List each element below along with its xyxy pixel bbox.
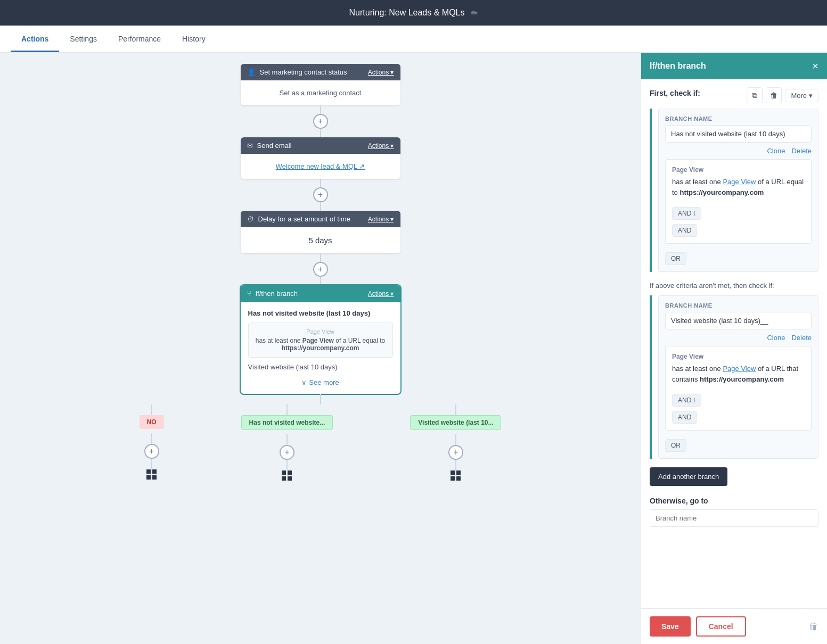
tab-performance[interactable]: Performance <box>108 27 171 52</box>
add-no-branch[interactable]: + <box>144 444 159 459</box>
cancel-button[interactable]: Cancel <box>696 616 746 637</box>
branch2-filter-type: Page View <box>672 353 805 360</box>
email-link[interactable]: Welcome new lead & MQL ↗ <box>249 162 392 170</box>
see-more-btn[interactable]: ∨ See more <box>248 375 393 386</box>
output-branch2-label: Visited website (last 10... <box>410 415 501 430</box>
branch1-name-label: Branch name <box>665 115 812 122</box>
branch2-filter-block: Page View has at least one Page View of … <box>665 346 812 431</box>
node2-actions-btn[interactable]: Actions ▾ <box>368 142 394 150</box>
panel-branch1-section: Branch name Clone Delete Page View has a… <box>650 109 818 272</box>
otherwise-label: Otherwise, go to <box>650 497 818 505</box>
node2-body: Welcome new lead & MQL ↗ <box>241 154 400 179</box>
node1-header: 👤 Set marketing contact status Actions ▾ <box>241 64 400 80</box>
first-check-section: First, check if: ⧉ 🗑 More ▾ Branch name <box>650 87 818 272</box>
branch1-and-tag[interactable]: AND ℹ <box>672 207 701 220</box>
branch2-or-btn[interactable]: OR <box>665 439 686 452</box>
right-panel: If/then branch × First, check if: ⧉ 🗑 Mo… <box>641 53 827 644</box>
branch1-filter-block: Page View has at least one Page View of … <box>665 159 812 244</box>
add-branch1[interactable]: + <box>280 445 294 460</box>
branch1-clone-btn[interactable]: Clone <box>767 147 785 155</box>
branch2-and-btn[interactable]: AND <box>672 411 697 424</box>
node1-body: Set as a marketing contact <box>241 80 400 105</box>
node4-title: If/then branch <box>256 290 298 298</box>
panel-title: If/then branch <box>650 61 706 71</box>
otherwise-input[interactable] <box>650 509 818 527</box>
add-branch2[interactable]: + <box>448 445 463 460</box>
branch1-info-icon[interactable]: ℹ <box>693 210 695 217</box>
branch1-filter-desc: has at least one Page View of a URL equa… <box>672 177 805 197</box>
branch2-and-tag[interactable]: AND ℹ <box>672 394 701 407</box>
first-check-label: First, check if: <box>650 89 700 97</box>
top-bar: Nurturing: New Leads & MQLs ✏ <box>0 0 827 26</box>
timer-icon: ⏱ <box>247 215 254 223</box>
node2-header: ✉ Send email Actions ▾ <box>241 137 400 154</box>
node2-title: Send email <box>257 142 292 150</box>
branch1-delete-btn[interactable]: Delete <box>791 147 812 155</box>
copy-btn[interactable]: ⧉ <box>747 87 763 103</box>
panel-header: If/then branch × <box>641 53 827 79</box>
output-no-label: NO <box>140 415 164 429</box>
node3-title: Delay for a set amount of time <box>258 215 350 223</box>
panel-close-btn[interactable]: × <box>812 61 818 71</box>
panel-body: First, check if: ⧉ 🗑 More ▾ Branch name <box>641 79 827 608</box>
node1-title: Set marketing contact status <box>260 68 347 76</box>
branch1-filter-type: Page View <box>672 166 805 174</box>
add-between-1-2[interactable]: + <box>313 114 328 129</box>
user-icon: 👤 <box>247 68 256 76</box>
branch1-filter: Page View has at least one Page View of … <box>248 323 393 358</box>
branch1-name-input[interactable] <box>665 125 812 143</box>
branch-content: Has not visited website (last 10 days) P… <box>241 302 400 394</box>
branch2-page-view-link[interactable]: Page View <box>723 365 756 373</box>
panel-branch2-section: Branch name Clone Delete Page View has a… <box>650 295 818 459</box>
panel-footer: Save Cancel 🗑 <box>641 608 827 644</box>
branch1-title: Has not visited website (last 10 days) <box>248 309 393 317</box>
branch1-and-btn[interactable]: AND <box>672 224 697 237</box>
tab-settings[interactable]: Settings <box>59 27 108 52</box>
save-button[interactable]: Save <box>650 616 691 637</box>
node-send-email: ✉ Send email Actions ▾ Welcome new lead … <box>241 137 400 179</box>
node3-header: ⏱ Delay for a set amount of time Actions… <box>241 211 400 227</box>
otherwise-section: Otherwise, go to <box>650 497 818 527</box>
output-branch1-label: Has not visited website... <box>241 415 333 430</box>
branch1-or-btn[interactable]: OR <box>665 252 686 265</box>
tab-actions[interactable]: Actions <box>11 27 59 52</box>
trash-btn[interactable]: 🗑 <box>766 87 782 103</box>
branch2-subtitle: Visited website (last 10 days) <box>248 363 393 371</box>
branch2-filter-desc: has at least one Page View of a URL that… <box>672 364 805 384</box>
node-container: 👤 Set marketing contact status Actions ▾… <box>0 64 641 481</box>
node4-actions-btn[interactable]: Actions ▾ <box>368 290 394 298</box>
node-branch: ⑂ If/then branch Actions ▾ Has not visit… <box>241 285 400 394</box>
add-between-3-4[interactable]: + <box>313 262 328 277</box>
branch2-delete-btn[interactable]: Delete <box>791 334 812 342</box>
tab-history[interactable]: History <box>171 27 216 52</box>
add-branch-section: Add another branch <box>650 467 818 486</box>
node1-actions-btn[interactable]: Actions ▾ <box>368 69 394 76</box>
node3-body: 5 days <box>241 227 400 253</box>
footer-trash-icon[interactable]: 🗑 <box>809 621 818 632</box>
node3-actions-btn[interactable]: Actions ▾ <box>368 216 394 223</box>
branch2-name-label: Branch name <box>665 302 812 309</box>
edit-icon[interactable]: ✏ <box>471 8 478 18</box>
node4-header: ⑂ If/then branch Actions ▾ <box>241 285 400 302</box>
second-check-section: If above criteria aren't met, then check… <box>650 280 818 459</box>
branch2-name-input[interactable] <box>665 312 812 329</box>
branch1-page-view-link[interactable]: Page View <box>723 178 756 186</box>
workflow-canvas: 👤 Set marketing contact status Actions ▾… <box>0 53 641 644</box>
branch-icon: ⑂ <box>247 290 251 298</box>
add-between-2-3[interactable]: + <box>313 187 328 202</box>
footer-buttons: Save Cancel <box>650 616 746 637</box>
email-icon: ✉ <box>247 142 253 150</box>
add-branch-btn[interactable]: Add another branch <box>650 467 727 486</box>
node-delay: ⏱ Delay for a set amount of time Actions… <box>241 211 400 253</box>
node-set-marketing: 👤 Set marketing contact status Actions ▾… <box>241 64 400 105</box>
branch2-clone-btn[interactable]: Clone <box>767 334 785 342</box>
workflow-title: Nurturing: New Leads & MQLs <box>349 8 465 18</box>
branch2-info-icon[interactable]: ℹ <box>693 397 695 404</box>
main-layout: 👤 Set marketing contact status Actions ▾… <box>0 53 827 644</box>
second-check-label: If above criteria aren't met, then check… <box>650 282 774 290</box>
more-btn[interactable]: More ▾ <box>785 89 818 102</box>
tabs-bar: Actions Settings Performance History <box>0 26 827 53</box>
